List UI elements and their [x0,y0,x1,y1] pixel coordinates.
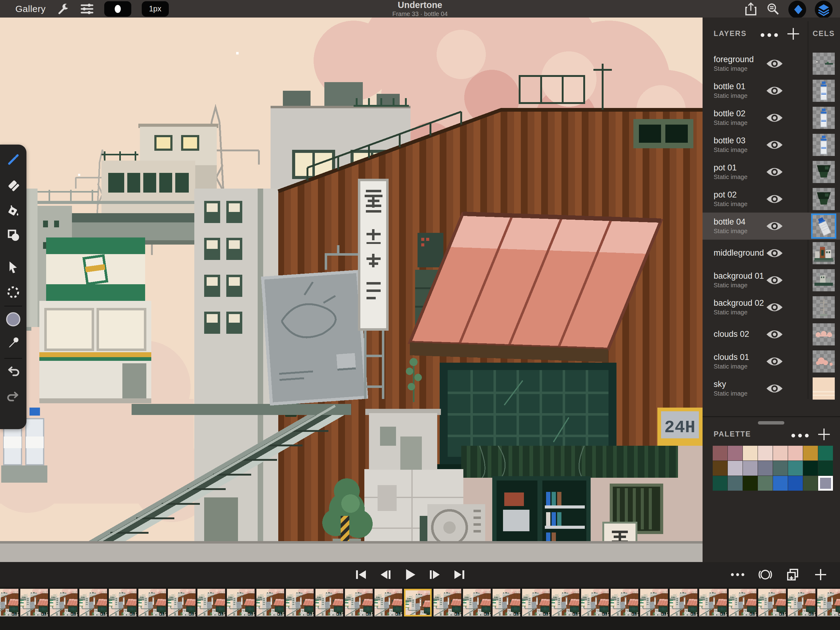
layer-cel-thumbnail[interactable] [813,52,835,75]
timeline-frame[interactable] [699,589,727,616]
layer-visibility-toggle[interactable] [766,166,783,178]
palette-swatch-22[interactable] [803,476,818,491]
pencil-tool[interactable] [6,152,21,167]
timeline-frame[interactable] [463,589,491,616]
add-layer-button[interactable] [786,27,801,42]
layer-row-pot-01[interactable]: pot 01Static image [703,158,840,185]
palette-swatch-3[interactable] [758,446,773,461]
add-frame-button[interactable] [813,568,828,582]
layer-row-foreground[interactable]: foregroundStatic image [703,50,840,77]
layers-panel-toggle[interactable] [815,1,833,19]
timeline-frame[interactable] [345,589,373,616]
timeline-frame[interactable] [817,589,840,616]
layer-visibility-toggle[interactable] [766,382,783,395]
skip-to-end-button[interactable] [452,568,466,582]
palette-swatch-15[interactable] [818,461,833,476]
timeline-frame[interactable] [729,589,756,616]
skip-to-start-button[interactable] [354,568,368,582]
eyedropper-tool[interactable] [6,335,21,350]
palette-swatch-4[interactable] [773,446,788,461]
timeline-frame[interactable] [788,589,815,616]
palette-swatch-12[interactable] [773,461,788,476]
timeline-frame[interactable] [168,589,196,616]
palette-swatch-17[interactable] [728,476,742,491]
fill-bucket-tool[interactable] [6,203,21,218]
step-back-button[interactable] [379,568,393,582]
undo-button[interactable] [6,364,21,379]
brush-shape-button[interactable] [104,1,131,17]
timeline-frame[interactable] [493,589,520,616]
eraser-tool[interactable] [6,178,21,193]
layer-cel-thumbnail[interactable] [813,296,835,318]
redo-button[interactable] [6,389,21,404]
layer-cel-thumbnail[interactable] [813,350,835,372]
timeline-frame[interactable] [0,589,19,616]
layer-row-clouds-02[interactable]: clouds 02 [703,321,840,348]
palette-more-button[interactable] [791,434,810,439]
brush-size-button[interactable]: 1px [142,1,169,17]
current-color-swatch[interactable] [6,312,21,327]
palette-swatch-6[interactable] [803,446,818,461]
layer-cel-thumbnail[interactable] [813,188,835,210]
layer-visibility-toggle[interactable] [766,112,783,124]
layer-row-backgroud-02[interactable]: backgroud 02Static image [703,294,840,321]
layer-row-bottle-01[interactable]: bottle 01Static image [703,77,840,104]
layer-cel-thumbnail[interactable] [813,161,835,183]
layer-row-clouds-01[interactable]: clouds 01Static image [703,348,840,375]
palette-swatch-13[interactable] [788,461,803,476]
layer-visibility-toggle[interactable] [766,274,783,287]
timeline-frame-active[interactable] [404,589,432,616]
timeline-frame[interactable] [286,589,314,616]
palette-swatch-23[interactable] [818,476,833,491]
share-icon[interactable] [744,2,758,16]
onion-skin-button[interactable] [758,568,772,582]
timeline-frame[interactable] [611,589,638,616]
layer-visibility-toggle[interactable] [766,57,783,70]
layer-cel-thumbnail[interactable] [813,80,835,102]
layer-cel-thumbnail[interactable] [813,242,835,264]
timeline-frame[interactable] [758,589,786,616]
palette-swatch-7[interactable] [818,446,833,461]
palette-swatch-10[interactable] [743,461,758,476]
layer-visibility-toggle[interactable] [766,355,783,367]
frame-more-button[interactable] [731,568,745,582]
palette-swatch-21[interactable] [788,476,803,491]
palette-drag-handle[interactable] [758,421,784,424]
palette-swatch-11[interactable] [758,461,773,476]
layer-visibility-toggle[interactable] [766,328,783,340]
palette-swatch-5[interactable] [788,446,803,461]
add-color-button[interactable] [817,427,831,443]
zoom-search-icon[interactable] [766,2,780,16]
palette-swatch-1[interactable] [728,446,742,461]
layer-cel-thumbnail[interactable] [813,323,835,345]
layer-cel-thumbnail[interactable] [813,215,835,237]
layer-row-bottle-04[interactable]: bottle 04Static image [703,212,840,240]
palette-swatch-18[interactable] [743,476,758,491]
layer-cel-thumbnail[interactable] [813,377,835,400]
duplicate-frame-button[interactable] [786,568,800,582]
layer-cel-thumbnail[interactable] [813,269,835,291]
timeline-frame[interactable] [227,589,254,616]
layer-row-bottle-02[interactable]: bottle 02Static image [703,104,840,131]
adjust-sliders-icon[interactable] [80,2,94,16]
wrench-icon[interactable] [56,2,70,16]
canvas[interactable] [0,17,703,562]
timeline-frame[interactable] [640,589,668,616]
timeline-frame[interactable] [316,589,343,616]
timeline-frame[interactable] [256,589,284,616]
layer-row-middleground[interactable]: middleground [703,240,840,267]
step-forward-button[interactable] [428,568,442,582]
layer-visibility-toggle[interactable] [766,301,783,313]
palette-swatch-20[interactable] [773,476,788,491]
timeline-frame[interactable] [581,589,609,616]
shapes-tool[interactable] [6,228,21,242]
palette-swatch-9[interactable] [728,461,742,476]
timeline-frame[interactable] [109,589,136,616]
palette-swatch-0[interactable] [713,446,728,461]
palette-swatch-16[interactable] [713,476,728,491]
cels-view-toggle[interactable] [788,1,806,19]
timeline-frame[interactable] [197,589,225,616]
layer-visibility-toggle[interactable] [766,193,783,205]
timeline-frame[interactable] [374,589,402,616]
palette-swatch-8[interactable] [713,461,728,476]
